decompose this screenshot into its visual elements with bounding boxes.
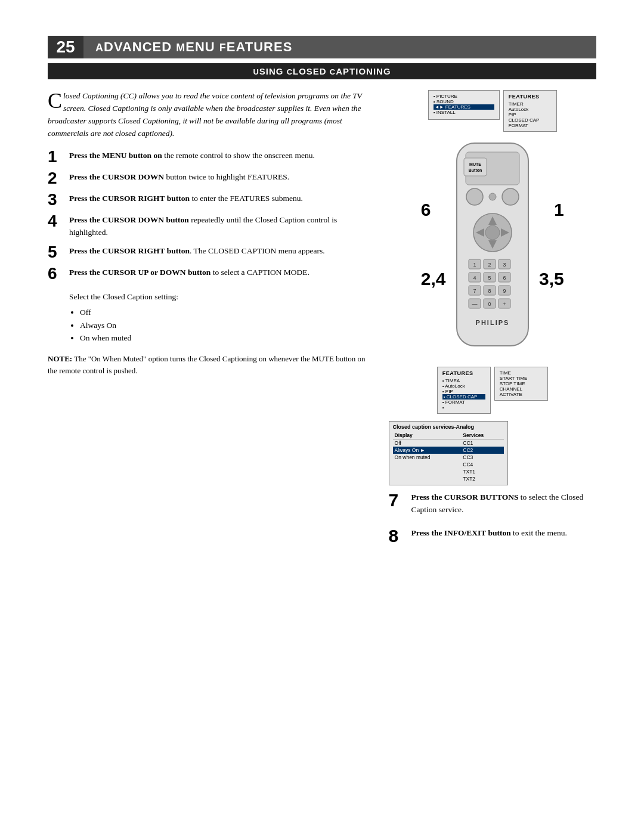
chapter-title-text: ADVANCED MENU FEATURES (95, 39, 292, 55)
step-6-bold: Press the CURSOR UP or DOWN button (69, 268, 210, 277)
svg-text:0: 0 (488, 301, 491, 307)
main-content: Closed Captioning (CC) allows you to rea… (48, 90, 596, 416)
remote-svg: MUTE Button (433, 140, 552, 361)
page-number: 25 (48, 36, 83, 58)
step-2: 2 Press the CURSOR DOWN button twice to … (48, 171, 374, 187)
cc-services-table: Display Services Off CC1 Always On ► CC2… (393, 432, 504, 482)
step-7-number: 7 (389, 491, 407, 509)
screen1-area: • PICTURE • SOUND ◄► FEATURES • INSTALL … (428, 90, 557, 134)
step-7: 7 Press the CURSOR BUTTONS to select the… (389, 491, 596, 516)
cc-col-display: Display (393, 432, 462, 439)
step-1-number: 1 (48, 148, 64, 165)
caption-options-list: Off Always On On when muted (80, 306, 374, 345)
cc-row-4: CC4 (393, 461, 504, 468)
step-badge-35: 3,5 (539, 269, 564, 289)
svg-text:4: 4 (473, 275, 476, 281)
right-column: • PICTURE • SOUND ◄► FEATURES • INSTALL … (389, 90, 596, 416)
cc-service-2: CC2 (461, 447, 503, 454)
remote-wrapper: 6 1 2,4 3,5 MUTE Button (427, 140, 558, 361)
svg-text:Button: Button (469, 168, 482, 172)
step-2-text: Press the CURSOR DOWN button twice to hi… (69, 171, 374, 184)
step-badge-6: 6 (421, 200, 431, 220)
cc-service-4: CC4 (461, 461, 503, 468)
step-1: 1 Press the MENU button on the remote co… (48, 150, 374, 165)
svg-point-13 (485, 225, 500, 240)
svg-point-6 (489, 193, 496, 200)
cc-service-6: TXT2 (461, 475, 503, 482)
cc-display-3: On when muted (393, 454, 462, 461)
svg-text:6: 6 (503, 275, 506, 281)
svg-text:PHILIPS: PHILIPS (475, 319, 509, 326)
svg-text:3: 3 (503, 262, 506, 268)
step-1-bold: Press the MENU button on (69, 151, 162, 160)
step-4: 4 Press the CURSOR DOWN button repeatedl… (48, 214, 374, 239)
cc-service-1: CC1 (461, 439, 503, 447)
svg-point-5 (466, 188, 483, 205)
caption-setting-label: Select the Closed Caption setting: (69, 292, 178, 301)
intro-paragraph: Closed Captioning (CC) allows you to rea… (48, 90, 374, 140)
drop-cap: C (48, 92, 62, 110)
cc-row-6: TXT2 (393, 475, 504, 482)
screen1-title: FEATURES (509, 94, 552, 100)
intro-text: losed Captioning (CC) allows you to read… (48, 91, 362, 138)
cc-display-2: Always On ► (393, 447, 462, 454)
step-3-bold: Press the CURSOR RIGHT button (69, 194, 190, 203)
cc-row-2: Always On ► CC2 (393, 447, 504, 454)
cc-col-services: Services (461, 432, 503, 439)
step-6: 6 Press the CURSOR UP or DOWN button to … (48, 267, 374, 348)
svg-text:1: 1 (473, 262, 476, 268)
step-8-content: Press the INFO/EXIT button to exit the m… (411, 527, 567, 540)
step-6-number: 6 (48, 265, 64, 282)
step-badge-24: 2,4 (421, 269, 446, 289)
cc-display-5 (393, 468, 462, 475)
step-5-number: 5 (48, 244, 64, 261)
step-7-content: Press the CURSOR BUTTONS to select the C… (411, 491, 596, 516)
step-4-text: Press the CURSOR DOWN button repeatedly … (69, 214, 374, 239)
step-5-bold: Press the CURSOR RIGHT button (69, 246, 190, 255)
note-label: NOTE: (48, 354, 72, 363)
screen1-side-items: TIMER AutoLock PIP CLOSED CAP FORMAT (509, 101, 552, 128)
step-5: 5 Press the CURSOR RIGHT button. The CLO… (48, 245, 374, 261)
svg-text:MUTE: MUTE (469, 162, 481, 166)
svg-text:—: — (472, 301, 477, 307)
screen1-left: • PICTURE • SOUND ◄► FEATURES • INSTALL (428, 90, 500, 120)
step-8-number: 8 (389, 527, 407, 545)
step-4-bold: Press the CURSOR DOWN button (69, 215, 189, 224)
step-5-text: Press the CURSOR RIGHT button. The CLOSE… (69, 245, 374, 258)
step-1-text: Press the MENU button on the remote cont… (69, 150, 374, 162)
svg-text:8: 8 (488, 288, 491, 294)
svg-point-7 (502, 188, 519, 205)
page-container: 25 ADVANCED MENU FEATURES USING CLOSED C… (0, 0, 644, 833)
screen2-items: • TIMEA • AutoLock • PIP • CLOSED CAP • … (442, 378, 485, 410)
caption-option-1: Off (80, 306, 374, 319)
svg-text:5: 5 (488, 275, 491, 281)
cc-services-box: Closed caption services-Analog Display S… (389, 421, 508, 485)
step-6-text: Press the CURSOR UP or DOWN button to se… (69, 267, 374, 348)
svg-text:7: 7 (473, 288, 476, 294)
caption-option-3: On when muted (80, 332, 374, 345)
step-7-bold: Press the CURSOR BUTTONS (411, 493, 519, 501)
cc-table-header: Display Services (393, 432, 504, 439)
cc-services-title: Closed caption services-Analog (393, 424, 504, 430)
caption-option-2: Always On (80, 319, 374, 332)
svg-text:2: 2 (488, 262, 491, 268)
bottom-right: Closed caption services-Analog Display S… (389, 421, 596, 550)
left-column: Closed Captioning (CC) allows you to rea… (48, 90, 374, 416)
note-block: NOTE: The "On When Muted" option turns t… (48, 353, 374, 376)
screen2-right: TIME START TIME STOP TIME CHANNEL ACTIVA… (494, 367, 548, 401)
step-2-bold: Press the CURSOR DOWN (69, 172, 164, 181)
step-8: 8 Press the INFO/EXIT button to exit the… (389, 527, 596, 545)
bottom-section: Closed caption services-Analog Display S… (48, 421, 596, 550)
cc-display-1: Off (393, 439, 462, 447)
title-bar: 25 ADVANCED MENU FEATURES (48, 36, 596, 58)
step-badge-1: 1 (554, 200, 564, 220)
step-4-number: 4 (48, 213, 64, 230)
step-3: 3 Press the CURSOR RIGHT button to enter… (48, 193, 374, 208)
screen1-left-items: • PICTURE • SOUND ◄► FEATURES • INSTALL (434, 94, 494, 115)
screen2-left: FEATURES • TIMEA • AutoLock • PIP • CLOS… (437, 367, 491, 414)
note-text: The "On When Muted" option turns the Clo… (48, 354, 366, 375)
section-bar: USING CLOSED CAPTIONING (48, 63, 596, 79)
cc-row-3: On when muted CC3 (393, 454, 504, 461)
screen2-title: FEATURES (442, 370, 485, 376)
cc-row-1: Off CC1 (393, 439, 504, 447)
